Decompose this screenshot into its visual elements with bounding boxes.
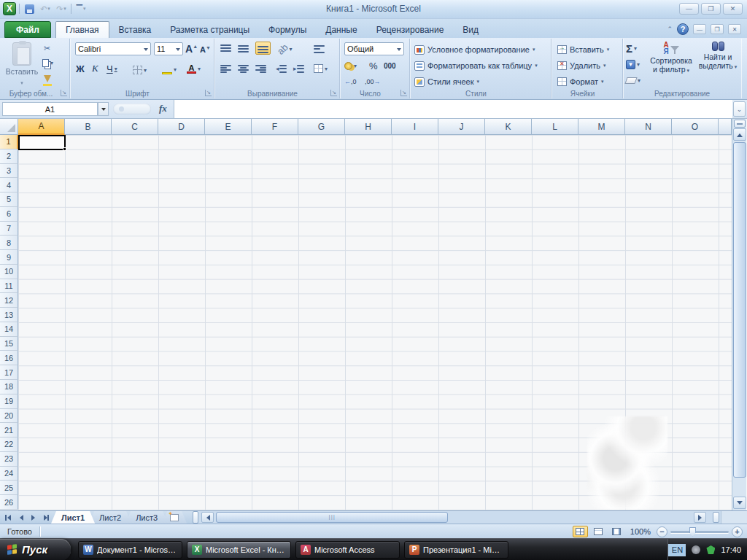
- insert-function-button[interactable]: fx: [159, 103, 167, 114]
- last-sheet-button[interactable]: [40, 513, 51, 523]
- select-all-button[interactable]: [0, 119, 18, 135]
- row-header-10[interactable]: 10: [0, 265, 18, 279]
- increase-indent-button[interactable]: ▸: [293, 62, 304, 75]
- help-button[interactable]: ?: [677, 23, 689, 35]
- column-header-A[interactable]: A: [18, 119, 65, 135]
- fill-handle[interactable]: [63, 147, 66, 151]
- currency-button[interactable]: [344, 59, 357, 72]
- row-header-17[interactable]: 17: [0, 365, 18, 380]
- row-header-2[interactable]: 2: [0, 149, 18, 164]
- zoom-slider-thumb[interactable]: [689, 527, 696, 537]
- row-header-3[interactable]: 3: [0, 164, 18, 179]
- underline-button[interactable]: Ч: [107, 62, 117, 75]
- tab-formulas[interactable]: Формулы: [259, 21, 316, 38]
- horizontal-scroll-thumb[interactable]: [216, 512, 448, 523]
- horizontal-scrollbar[interactable]: [198, 511, 747, 524]
- increase-decimal-button[interactable]: ←,0: [344, 75, 357, 88]
- shrink-font-button[interactable]: A▼: [200, 43, 211, 56]
- number-dialog-launcher[interactable]: ↘: [400, 90, 407, 96]
- decrease-decimal-button[interactable]: ,00→: [365, 75, 381, 88]
- sort-filter-button[interactable]: АЯ Сортировка и фильтр: [648, 42, 694, 75]
- tab-splitter[interactable]: [193, 511, 198, 524]
- scroll-right-button[interactable]: [694, 512, 706, 523]
- horizontal-split-handle[interactable]: [713, 512, 719, 523]
- column-header-O[interactable]: O: [672, 119, 719, 135]
- decrease-indent-button[interactable]: ◂: [276, 62, 287, 75]
- doc-close-button[interactable]: ✕: [728, 24, 741, 34]
- align-bottom-button[interactable]: [255, 42, 271, 55]
- column-header-H[interactable]: H: [345, 119, 392, 135]
- tab-page-layout[interactable]: Разметка страницы: [160, 21, 259, 38]
- scroll-up-button[interactable]: [733, 128, 746, 141]
- row-header-15[interactable]: 15: [0, 337, 18, 351]
- align-middle-button[interactable]: [238, 42, 249, 55]
- row-header-25[interactable]: 25: [0, 481, 18, 495]
- fill-color-button[interactable]: [162, 63, 177, 76]
- borders-button[interactable]: [133, 63, 147, 77]
- taskbar-button-word[interactable]: WДокумент1 - Microso...: [78, 541, 182, 559]
- taskbar-button-excel[interactable]: XMicrosoft Excel - Кни...: [187, 541, 291, 559]
- column-header-K[interactable]: K: [485, 119, 532, 135]
- wrap-text-button[interactable]: [314, 42, 325, 55]
- row-header-4[interactable]: 4: [0, 178, 18, 192]
- tab-insert[interactable]: Вставка: [109, 21, 161, 38]
- normal-view-button[interactable]: [573, 526, 588, 537]
- column-header-G[interactable]: G: [298, 119, 345, 135]
- format-painter-button[interactable]: [44, 72, 51, 85]
- tab-home[interactable]: Главная: [55, 21, 109, 38]
- row-header-11[interactable]: 11: [0, 279, 18, 294]
- column-header-N[interactable]: N: [625, 119, 672, 135]
- tab-review[interactable]: Рецензирование: [367, 21, 454, 38]
- start-button[interactable]: Пуск: [0, 539, 71, 560]
- sheet-tab-лист3[interactable]: Лист3: [125, 511, 168, 524]
- column-header-I[interactable]: I: [392, 119, 438, 135]
- column-header-L[interactable]: L: [532, 119, 578, 135]
- row-header-19[interactable]: 19: [0, 394, 18, 409]
- row-header-16[interactable]: 16: [0, 351, 18, 365]
- format-cells-button[interactable]: Формат: [557, 75, 604, 88]
- column-header-F[interactable]: F: [252, 119, 298, 135]
- align-right-button[interactable]: [255, 62, 266, 75]
- bold-button[interactable]: Ж: [76, 62, 85, 75]
- tab-view[interactable]: Вид: [453, 21, 488, 38]
- row-header-21[interactable]: 21: [0, 423, 18, 438]
- tab-file[interactable]: Файл: [4, 21, 51, 38]
- zoom-level[interactable]: 100%: [630, 527, 651, 536]
- italic-button[interactable]: К: [92, 62, 98, 75]
- selected-cell-a1[interactable]: [18, 135, 66, 150]
- row-header-23[interactable]: 23: [0, 452, 18, 467]
- alignment-dialog-launcher[interactable]: ↘: [330, 90, 337, 96]
- vertical-split-handle[interactable]: [734, 120, 746, 128]
- taskbar-button-powerpoint[interactable]: PПрезентация1 - Micr...: [404, 541, 508, 559]
- first-sheet-button[interactable]: [3, 513, 14, 523]
- column-header-partial[interactable]: [719, 119, 732, 135]
- merge-center-button[interactable]: [314, 62, 328, 75]
- align-top-button[interactable]: [220, 42, 231, 55]
- row-header-26[interactable]: 26: [0, 495, 18, 510]
- align-left-button[interactable]: [220, 62, 231, 75]
- taskbar-button-access[interactable]: AMicrosoft Access: [295, 541, 400, 559]
- row-header-24[interactable]: 24: [0, 467, 18, 481]
- scroll-left-button[interactable]: [201, 512, 214, 523]
- insert-worksheet-button[interactable]: [162, 511, 187, 524]
- cell-grid[interactable]: [18, 135, 732, 510]
- previous-sheet-button[interactable]: [15, 513, 26, 523]
- font-family-select[interactable]: Calibri: [75, 42, 151, 55]
- row-header-9[interactable]: 9: [0, 250, 18, 265]
- column-header-E[interactable]: E: [205, 119, 252, 135]
- zoom-slider[interactable]: [670, 526, 729, 537]
- vertical-scrollbar[interactable]: [732, 119, 746, 510]
- orientation-button[interactable]: ab: [277, 42, 292, 55]
- font-color-button[interactable]: А: [187, 62, 201, 75]
- percent-button[interactable]: %: [369, 59, 378, 72]
- volume-tray-icon[interactable]: [692, 545, 700, 554]
- row-header-18[interactable]: 18: [0, 380, 18, 394]
- autosum-button[interactable]: Σ: [626, 42, 637, 55]
- page-layout-view-button[interactable]: [591, 526, 606, 537]
- sheet-tab-лист1[interactable]: Лист1: [51, 511, 95, 524]
- zoom-out-button[interactable]: −: [657, 526, 667, 537]
- copy-button[interactable]: [42, 56, 53, 69]
- grow-font-button[interactable]: A▲: [185, 42, 198, 55]
- row-header-6[interactable]: 6: [0, 207, 18, 222]
- fill-button[interactable]: ▼: [626, 58, 640, 71]
